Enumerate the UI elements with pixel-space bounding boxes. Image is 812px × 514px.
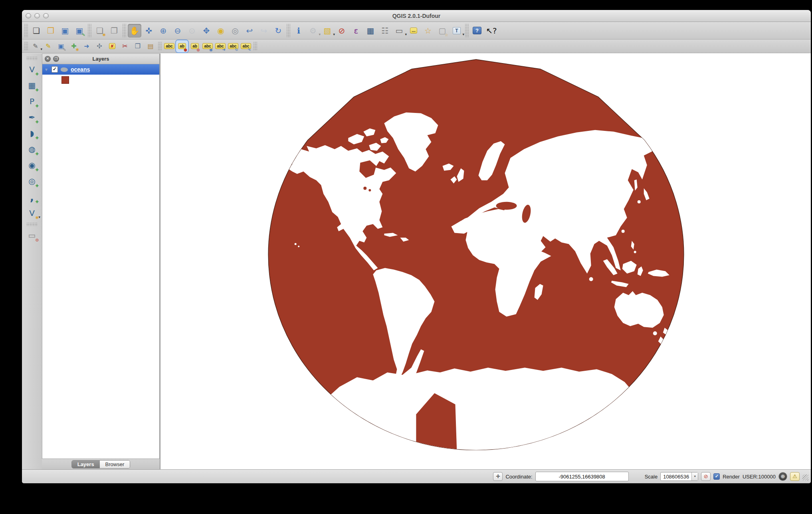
zoom-last-icon: ↩ <box>246 27 253 35</box>
toggle-editing-button[interactable]: ✎ <box>42 40 54 52</box>
add-postgis-layer-marker-icon: ✚ <box>36 104 39 108</box>
add-delimited-text-layer-icon: , <box>30 192 34 202</box>
tab-browser[interactable]: Browser <box>100 461 130 468</box>
pan-map-to-selection-button[interactable]: ✜ <box>142 24 156 38</box>
text-annotation-dropdown-icon[interactable]: ▾ <box>462 32 464 36</box>
add-wms-layer-button[interactable]: ◍✚ <box>24 142 40 156</box>
paste-features-button[interactable]: ▤ <box>145 40 156 52</box>
statusbar: ✛ Coordinate: Scale 108606536 ▾ ⊘ ✓ Rend… <box>22 469 811 483</box>
mouse-position-icon[interactable]: ✛ <box>493 472 503 481</box>
zoom-full-button[interactable]: ✥ <box>200 24 213 38</box>
map-tips-button[interactable]: … <box>407 24 420 38</box>
save-project-as-button[interactable]: ▣✎ <box>73 24 86 38</box>
chevron-down-icon[interactable]: ▾ <box>691 472 698 480</box>
toolbar-handle[interactable] <box>24 24 28 37</box>
crs-icon[interactable]: ⊕ <box>778 472 787 481</box>
zoom-to-layer-button[interactable]: ◎ <box>228 24 242 38</box>
resize-grip[interactable] <box>802 474 808 480</box>
new-shapefile-layer-dropdown-icon[interactable]: ▾ <box>38 215 40 219</box>
titlebar[interactable]: QGIS 2.0.1-Dufour <box>22 10 811 22</box>
label-change-marker-icon: ✎ <box>248 48 251 52</box>
toolbar-main: ❏❒▣▣✎❏✱❐✋✜⊕⊖⊙✥◉◎↩↪↻ℹ⚙▾▧▾⊘ε▦☷▭▾…☆▢☆T▾?↖? <box>22 22 811 40</box>
scale-combo[interactable]: 108606536 ▾ <box>660 472 698 481</box>
delete-selected-button[interactable]: ✘ <box>106 40 118 52</box>
run-feature-action-button[interactable]: ⚙▾ <box>306 24 320 38</box>
zoom-next-button[interactable]: ↪ <box>257 24 271 38</box>
identify-features-button[interactable]: ℹ <box>292 24 305 38</box>
measure-button[interactable]: ▭▾ <box>392 24 406 38</box>
new-print-composer-button[interactable]: ❏✱ <box>93 24 107 38</box>
layer-name[interactable]: oceans <box>71 66 90 73</box>
add-delimited-text-layer-button[interactable]: ,✚ <box>24 190 40 204</box>
remove-layer-button[interactable]: ▭⊖ <box>24 228 40 243</box>
help-contents-button[interactable]: ? <box>470 24 484 38</box>
remove-layer-marker-icon: ⊖ <box>36 238 39 242</box>
pan-map-button[interactable]: ✋ <box>128 24 141 38</box>
zoom-actual-size-button[interactable]: ⊙ <box>185 24 199 38</box>
tab-layers[interactable]: Layers <box>72 461 100 468</box>
open-attribute-table-button[interactable]: ▦ <box>364 24 377 38</box>
save-layer-edits-button[interactable]: ▣✎ <box>55 40 67 52</box>
layer-color-swatch[interactable] <box>61 76 69 84</box>
label-rotate-button[interactable]: abc↻ <box>227 40 239 52</box>
add-wfs-layer-button[interactable]: ◎✚ <box>24 174 40 188</box>
new-bookmark-button[interactable]: ☆ <box>421 24 435 38</box>
zoom-in-button[interactable]: ⊕ <box>156 24 170 38</box>
labeling-button[interactable]: abc <box>163 40 175 52</box>
add-mssql-layer-button[interactable]: ◗✚ <box>24 126 40 140</box>
add-feature-button[interactable]: ✚✱ <box>68 40 80 52</box>
current-edits-button[interactable]: ✎▾ <box>30 40 42 52</box>
add-postgis-layer-button[interactable]: P✚ <box>24 94 40 109</box>
deselect-features-button[interactable]: ⊘ <box>335 24 349 38</box>
add-spatialite-layer-button[interactable]: ✒✚ <box>24 110 40 125</box>
toolbar-handle[interactable] <box>24 42 28 51</box>
composer-manager-icon: ❐ <box>111 27 118 35</box>
disclosure-triangle-icon[interactable]: ▼ <box>44 67 49 72</box>
composer-manager-button[interactable]: ❐ <box>107 24 121 38</box>
node-tool-button[interactable]: ✣ <box>93 40 105 52</box>
field-calculator-button[interactable]: ☷ <box>378 24 392 38</box>
label-change-button[interactable]: abc✎ <box>240 40 252 52</box>
move-feature-button[interactable]: ➜ <box>81 40 93 52</box>
whats-this-button[interactable]: ↖? <box>485 24 498 38</box>
qgis-window: QGIS 2.0.1-Dufour ❏❒▣▣✎❏✱❐✋✜⊕⊖⊙✥◉◎↩↪↻ℹ⚙▾… <box>22 10 811 483</box>
toolbar-separator <box>254 42 257 51</box>
label-visibility-button[interactable]: abc◉ <box>202 40 214 52</box>
save-project-button[interactable]: ▣ <box>58 24 72 38</box>
add-vector-layer-button[interactable]: V✚ <box>24 62 40 77</box>
layer-visibility-checkbox[interactable]: ✓ <box>51 66 58 73</box>
new-project-button[interactable]: ❏ <box>30 24 43 38</box>
select-by-expression-button[interactable]: ε <box>349 24 363 38</box>
add-wcs-layer-button[interactable]: ◉✚ <box>24 158 40 172</box>
label-move-button[interactable]: abc➜ <box>214 40 226 52</box>
log-warning-icon[interactable]: ⚠ <box>790 472 800 481</box>
zoom-to-selection-button[interactable]: ◉ <box>214 24 228 38</box>
stop-render-icon[interactable]: ⊘ <box>701 472 711 481</box>
crs-status[interactable]: USER:100000 <box>743 474 776 480</box>
refresh-map-button[interactable]: ↻ <box>271 24 285 38</box>
label-hold-button[interactable]: ab● <box>189 40 201 52</box>
copy-features-button[interactable]: ❐ <box>132 40 144 52</box>
toolbar-handle[interactable] <box>26 57 38 60</box>
new-shapefile-layer-button[interactable]: V✱▾ <box>24 206 40 220</box>
label-pin-marker-icon: ● <box>184 48 187 52</box>
layer-tree[interactable]: ▼ ✓ oceans <box>42 64 160 459</box>
show-bookmarks-button[interactable]: ▢☆ <box>436 24 449 38</box>
select-features-button[interactable]: ▧▾ <box>321 24 334 38</box>
coordinate-input[interactable] <box>535 472 629 481</box>
map-canvas[interactable] <box>160 53 811 469</box>
text-annotation-button[interactable]: T▾ <box>450 24 463 38</box>
label-rotate-marker-icon: ↻ <box>235 48 238 52</box>
layer-row-oceans[interactable]: ▼ ✓ oceans <box>42 64 159 75</box>
open-project-button[interactable]: ❒ <box>44 24 57 38</box>
cut-features-button[interactable]: ✂ <box>119 40 131 52</box>
new-bookmark-icon: ☆ <box>424 27 432 35</box>
zoom-out-button[interactable]: ⊖ <box>171 24 184 38</box>
render-checkbox[interactable]: ✓ <box>713 473 720 480</box>
add-raster-layer-button[interactable]: ▦✚ <box>24 78 40 93</box>
label-pin-button[interactable]: ab● <box>176 40 188 52</box>
deselect-features-icon: ⊘ <box>339 27 345 35</box>
zoom-last-button[interactable]: ↩ <box>243 24 256 38</box>
new-shapefile-layer-icon: V <box>29 209 35 217</box>
new-project-icon: ❏ <box>33 27 40 35</box>
